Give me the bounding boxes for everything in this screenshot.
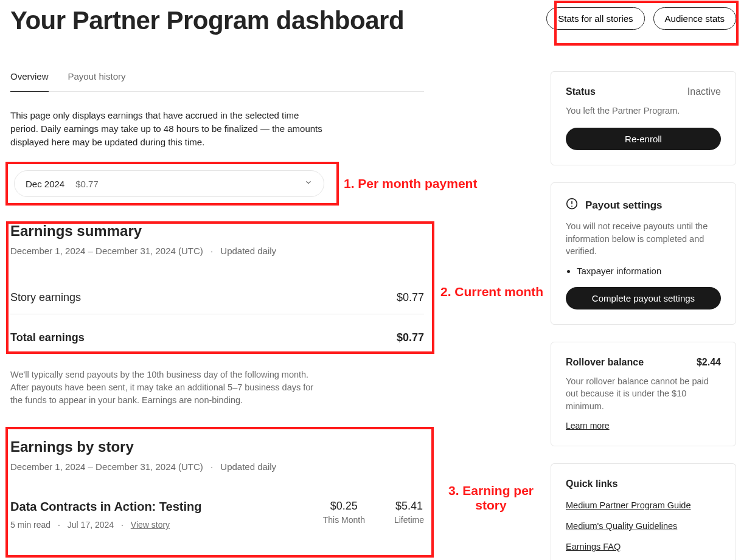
rollover-label: Rollover balance <box>566 357 644 368</box>
this-month-col: $0.25 This Month <box>323 500 365 525</box>
story-earnings-label: Story earnings <box>10 291 81 304</box>
story-date: Jul 17, 2024 <box>68 520 114 530</box>
earnings-by-story-title: Earnings by story <box>10 438 424 455</box>
rollover-desc: Your rollover balance cannot be paid out… <box>566 375 721 412</box>
audience-stats-button[interactable]: Audience stats <box>653 7 736 30</box>
tabs: Overview Payout history <box>10 71 424 92</box>
learn-more-link[interactable]: Learn more <box>566 421 610 430</box>
dot-separator: · <box>58 520 60 530</box>
quick-link[interactable]: Medium Partner Program Guide <box>566 500 721 510</box>
story-earnings-value: $0.77 <box>397 291 424 304</box>
total-earnings-value: $0.77 <box>397 331 424 344</box>
story-row: Data Contracts in Action: Testing 5 min … <box>10 500 424 530</box>
earnings-summary-updated: Updated daily <box>220 246 276 256</box>
quick-link[interactable]: Earnings FAQ <box>566 542 721 551</box>
quick-link[interactable]: Medium's Quality Guidelines <box>566 521 721 531</box>
earnings-by-story-sub: December 1, 2024 – December 31, 2024 (UT… <box>10 461 424 472</box>
total-earnings-row: Total earnings $0.77 <box>10 322 424 354</box>
complete-payout-settings-button[interactable]: Complete payout settings <box>566 287 721 309</box>
lifetime-label: Lifetime <box>394 515 424 525</box>
status-card: Status Inactive You left the Partner Pro… <box>551 71 736 165</box>
status-value: Inactive <box>687 86 721 97</box>
story-title: Data Contracts in Action: Testing <box>10 500 323 514</box>
rollover-value: $2.44 <box>697 357 721 368</box>
lifetime-col: $5.41 Lifetime <box>394 500 424 525</box>
dot-separator: · <box>210 246 213 256</box>
earnings-by-story-updated: Updated daily <box>220 461 276 472</box>
rollover-card: Rollover balance $2.44 Your rollover bal… <box>551 342 736 446</box>
story-earnings-row: Story earnings $0.77 <box>10 282 424 314</box>
view-story-link[interactable]: View story <box>131 520 170 530</box>
payout-requirement-item: Taxpayer information <box>577 266 721 276</box>
top-buttons: Stats for all stories Audience stats <box>546 6 736 36</box>
story-meta: 5 min read · Jul 17, 2024 · View story <box>10 520 323 530</box>
month-select[interactable]: Dec 2024 $0.77 <box>14 170 324 197</box>
total-earnings-label: Total earnings <box>10 331 85 344</box>
earnings-summary-sub: December 1, 2024 – December 31, 2024 (UT… <box>10 246 424 256</box>
payout-settings-card: Payout settings You will not receive pay… <box>551 182 736 325</box>
this-month-label: This Month <box>323 515 365 525</box>
earnings-summary-range: December 1, 2024 – December 31, 2024 (UT… <box>10 246 203 256</box>
payout-footnote: We'll typically send payouts by the 10th… <box>10 368 315 407</box>
dot-separator: · <box>210 461 213 472</box>
tab-overview[interactable]: Overview <box>10 71 49 92</box>
month-select-month: Dec 2024 <box>26 179 64 189</box>
dot-separator: · <box>121 520 124 530</box>
this-month-value: $0.25 <box>323 500 365 513</box>
stats-all-stories-button[interactable]: Stats for all stories <box>546 7 644 30</box>
main-column: Overview Payout history This page only d… <box>10 71 424 560</box>
quick-links-card: Quick links Medium Partner Program Guide… <box>551 463 736 560</box>
payout-settings-desc: You will not receive payouts until the i… <box>566 220 721 257</box>
status-label: Status <box>566 86 596 97</box>
sidebar: Status Inactive You left the Partner Pro… <box>551 71 736 560</box>
lifetime-value: $5.41 <box>394 500 424 513</box>
svg-point-2 <box>571 206 572 207</box>
story-read-time: 5 min read <box>10 520 50 530</box>
payout-requirements-list: Taxpayer information <box>577 266 721 276</box>
status-desc: You left the Partner Program. <box>566 105 721 117</box>
month-select-amount: $0.77 <box>75 179 99 189</box>
tab-payout-history[interactable]: Payout history <box>68 71 126 91</box>
page-title: Your Partner Program dashboard <box>10 6 404 35</box>
quick-links-title: Quick links <box>566 479 721 489</box>
payout-settings-title: Payout settings <box>585 199 663 212</box>
reenroll-button[interactable]: Re-enroll <box>566 128 721 150</box>
chevron-down-icon <box>304 178 313 189</box>
earnings-by-story-range: December 1, 2024 – December 31, 2024 (UT… <box>10 461 203 472</box>
intro-text: This page only displays earnings that ha… <box>10 109 327 148</box>
earnings-summary-title: Earnings summary <box>10 223 424 240</box>
alert-icon <box>566 198 578 213</box>
